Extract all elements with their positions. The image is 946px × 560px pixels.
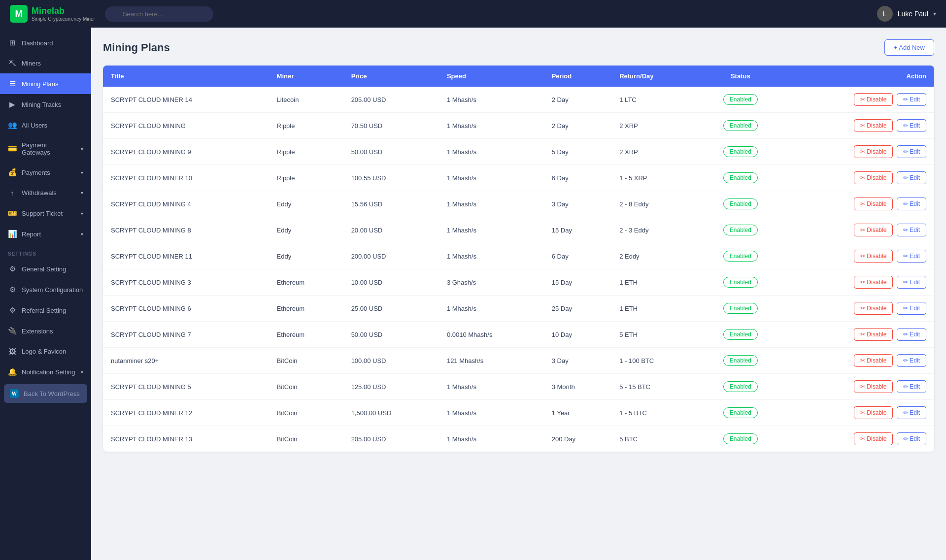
cell-return-day: 2 XRP — [611, 139, 697, 165]
cell-period: 2 Day — [544, 87, 611, 113]
cell-title: SCRYPT CLOUD MINING 7 — [103, 322, 269, 348]
top-header: M Minelab Simple Cryptocurrency Miner L … — [0, 0, 946, 28]
sidebar-item-mining-tracks[interactable]: ▶ Mining Tracks — [0, 94, 91, 115]
cell-action: ✂ Disable ✏ Edit — [783, 374, 934, 400]
cell-period: 3 Day — [544, 348, 611, 374]
cell-miner: Ripple — [269, 165, 343, 191]
cell-return-day: 1 - 5 BTC — [611, 400, 697, 426]
edit-button[interactable]: ✏ Edit — [897, 171, 926, 184]
cell-period: 5 Day — [544, 139, 611, 165]
cell-status: Enabled — [698, 191, 783, 217]
edit-button[interactable]: ✏ Edit — [897, 93, 926, 106]
disable-button[interactable]: ✂ Disable — [854, 198, 893, 210]
status-badge: Enabled — [723, 172, 758, 183]
cell-miner: BitCoin — [269, 348, 343, 374]
edit-button[interactable]: ✏ Edit — [897, 328, 926, 341]
sidebar-item-system-configuration[interactable]: ⚙ System Configuration — [0, 279, 91, 300]
disable-button[interactable]: ✂ Disable — [854, 354, 893, 367]
user-caret-icon[interactable]: ▾ — [933, 10, 936, 17]
sidebar-item-referral-setting[interactable]: ⚙ Referral Setting — [0, 300, 91, 321]
back-to-wordpress-button[interactable]: W Back To WordPress — [4, 384, 87, 403]
edit-button[interactable]: ✏ Edit — [897, 432, 926, 445]
edit-button[interactable]: ✏ Edit — [897, 354, 926, 367]
cell-action: ✂ Disable ✏ Edit — [783, 322, 934, 348]
sidebar-item-extensions[interactable]: 🔌 Extensions — [0, 321, 91, 341]
disable-button[interactable]: ✂ Disable — [854, 432, 893, 445]
table-row: SCRYPT CLOUD MINING 9 Ripple 50.00 USD 1… — [103, 139, 934, 165]
edit-button[interactable]: ✏ Edit — [897, 276, 926, 289]
cell-price: 205.00 USD — [343, 87, 439, 113]
cell-price: 70.50 USD — [343, 113, 439, 139]
edit-button[interactable]: ✏ Edit — [897, 380, 926, 393]
logo-area: M Minelab Simple Cryptocurrency Miner — [10, 5, 95, 23]
sidebar-item-payments[interactable]: 💰 Payments ▾ — [0, 162, 91, 183]
cell-status: Enabled — [698, 269, 783, 296]
sidebar-item-report[interactable]: 📊 Report ▾ — [0, 224, 91, 244]
disable-button[interactable]: ✂ Disable — [854, 171, 893, 184]
cell-title: SCRYPT CLOUD MINING 5 — [103, 374, 269, 400]
col-miner: Miner — [269, 66, 343, 87]
cell-period: 6 Day — [544, 243, 611, 269]
add-new-button[interactable]: + Add New — [884, 39, 934, 56]
logo-subtitle: Simple Cryptocurrency Miner — [32, 16, 95, 22]
mining-plans-table: Title Miner Price Speed Period Return/Da… — [103, 66, 934, 452]
sidebar-item-mining-plans[interactable]: ☰ Mining Plans — [0, 73, 91, 94]
cell-title: SCRYPT CLOUD MINER 13 — [103, 426, 269, 452]
cell-action: ✂ Disable ✏ Edit — [783, 165, 934, 191]
support-ticket-icon: 🎫 — [8, 209, 17, 218]
sidebar-item-payment-gateways[interactable]: 💳 Payment Gateways ▾ — [0, 135, 91, 162]
table-row: SCRYPT CLOUD MINING 6 Ethereum 25.00 USD… — [103, 296, 934, 322]
cell-status: Enabled — [698, 243, 783, 269]
cell-title: SCRYPT CLOUD MINING 8 — [103, 217, 269, 243]
cell-period: 2 Day — [544, 113, 611, 139]
search-input[interactable] — [105, 6, 213, 22]
disable-button[interactable]: ✂ Disable — [854, 276, 893, 289]
cell-period: 3 Month — [544, 374, 611, 400]
disable-button[interactable]: ✂ Disable — [854, 250, 893, 263]
sidebar-item-general-setting[interactable]: ⚙ General Setting — [0, 259, 91, 279]
cell-speed: 1 Mhash/s — [439, 191, 544, 217]
disable-button[interactable]: ✂ Disable — [854, 302, 893, 315]
table-row: SCRYPT CLOUD MINING 8 Eddy 20.00 USD 1 M… — [103, 217, 934, 243]
cell-price: 200.00 USD — [343, 243, 439, 269]
col-speed: Speed — [439, 66, 544, 87]
edit-button[interactable]: ✏ Edit — [897, 119, 926, 132]
cell-action: ✂ Disable ✏ Edit — [783, 87, 934, 113]
disable-button[interactable]: ✂ Disable — [854, 224, 893, 236]
edit-button[interactable]: ✏ Edit — [897, 145, 926, 158]
cell-status: Enabled — [698, 426, 783, 452]
table-row: nutanminer s20+ BitCoin 100.00 USD 121 M… — [103, 348, 934, 374]
disable-button[interactable]: ✂ Disable — [854, 145, 893, 158]
sidebar-item-support-ticket[interactable]: 🎫 Support Ticket ▾ — [0, 203, 91, 224]
edit-button[interactable]: ✏ Edit — [897, 250, 926, 263]
logo-text: Minelab Simple Cryptocurrency Miner — [32, 6, 95, 22]
cell-status: Enabled — [698, 217, 783, 243]
cell-title: SCRYPT CLOUD MINING 9 — [103, 139, 269, 165]
table-row: SCRYPT CLOUD MINER 11 Eddy 200.00 USD 1 … — [103, 243, 934, 269]
cell-miner: Eddy — [269, 243, 343, 269]
edit-button[interactable]: ✏ Edit — [897, 406, 926, 419]
edit-button[interactable]: ✏ Edit — [897, 224, 926, 236]
edit-button[interactable]: ✏ Edit — [897, 198, 926, 210]
cell-status: Enabled — [698, 296, 783, 322]
disable-button[interactable]: ✂ Disable — [854, 380, 893, 393]
sidebar-item-dashboard[interactable]: ⊞ Dashboard — [0, 33, 91, 53]
disable-button[interactable]: ✂ Disable — [854, 119, 893, 132]
sidebar-label-mining-tracks: Mining Tracks — [22, 101, 61, 108]
sidebar-item-all-users[interactable]: 👥 All Users — [0, 115, 91, 135]
table-row: SCRYPT CLOUD MINING 7 Ethereum 50.00 USD… — [103, 322, 934, 348]
status-badge: Enabled — [723, 355, 758, 366]
cell-return-day: 5 ETH — [611, 322, 697, 348]
cell-action: ✂ Disable ✏ Edit — [783, 139, 934, 165]
disable-button[interactable]: ✂ Disable — [854, 328, 893, 341]
search-wrapper[interactable] — [105, 6, 263, 22]
sidebar-item-miners[interactable]: ⛏ Miners — [0, 53, 91, 73]
disable-button[interactable]: ✂ Disable — [854, 93, 893, 106]
col-price: Price — [343, 66, 439, 87]
main-layout: ⊞ Dashboard ⛏ Miners ☰ Mining Plans ▶ Mi… — [0, 28, 946, 560]
sidebar-item-logo-favicon[interactable]: 🖼 Logo & Favicon — [0, 341, 91, 362]
sidebar-item-notification-setting[interactable]: 🔔 Notification Setting ▾ — [0, 362, 91, 382]
sidebar-item-withdrawals[interactable]: ↑ Withdrawals ▾ — [0, 183, 91, 203]
edit-button[interactable]: ✏ Edit — [897, 302, 926, 315]
disable-button[interactable]: ✂ Disable — [854, 406, 893, 419]
